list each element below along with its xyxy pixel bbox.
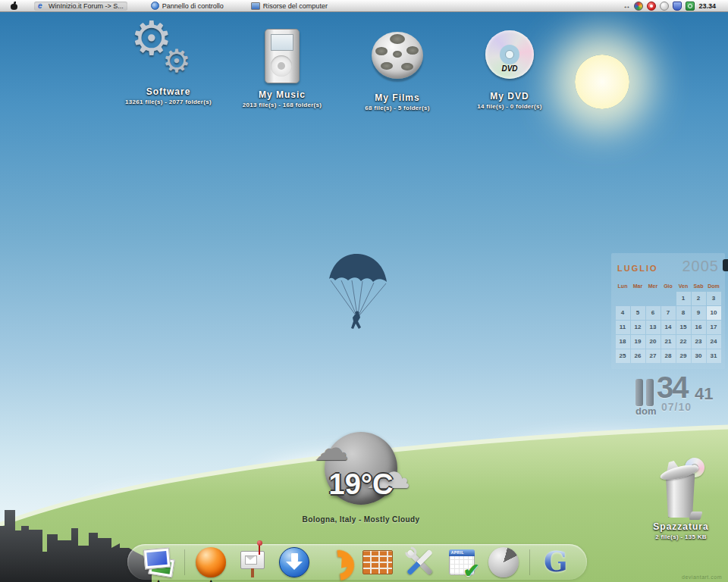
calendar-day-cell: 21	[661, 335, 676, 349]
dock-item-utilities[interactable]	[404, 546, 436, 578]
dock-item-tasks-calendar[interactable]: APRIL ✔	[446, 546, 478, 578]
film-reel-icon	[337, 32, 458, 92]
calendar-day-cell: 25	[616, 349, 630, 363]
desktop-icon-label: My Films	[337, 92, 458, 103]
dock-item-image-viewer[interactable]: ▲	[143, 546, 174, 578]
gray-tray-icon[interactable]	[660, 2, 669, 11]
calendar-day-cell: 6	[646, 306, 661, 320]
calendar-year: 2005	[682, 258, 720, 275]
calendar-day-cell: 14	[661, 321, 676, 334]
desktop-icon-software[interactable]: ⚙ ⚙ Software 13261 file(s) - 2077 folder…	[108, 26, 229, 105]
internet-explorer-icon: e	[38, 2, 46, 10]
calendar-day-cell: 4	[616, 306, 630, 320]
trash-icon[interactable]: Spazzatura 2 file(s) - 135 KB	[635, 461, 726, 540]
calendar-day-cell: 16	[692, 321, 706, 334]
calendar-day-cell: 19	[631, 335, 645, 349]
dock-item-google-search[interactable]: G	[540, 546, 572, 578]
desktop-icon-details: 14 file(s) - 0 folder(s)	[449, 103, 570, 110]
dock-item-downloads[interactable]	[278, 546, 310, 578]
clock-date: 07/10	[661, 401, 692, 413]
clock-hour-bars	[635, 379, 643, 406]
dock-divider	[529, 549, 530, 575]
calendar-day-cell: 26	[631, 349, 645, 363]
calendar-weekday: Dom	[707, 282, 721, 291]
calendar-day-cell: 10	[707, 306, 721, 320]
taskbar-item-control-panel[interactable]: Pannello di controllo	[147, 1, 228, 11]
cloud-icon: ☁	[314, 430, 349, 465]
calendar-day-cell: 17	[707, 321, 721, 334]
clock-hour-bars	[646, 379, 654, 406]
green-tray-icon[interactable]	[686, 2, 695, 11]
calendar-day-cell: 9	[692, 306, 706, 320]
check-mark-icon: ✔	[463, 561, 480, 580]
calendar-day-cell: 11	[616, 321, 630, 334]
calendar-weekday: Mer	[646, 282, 661, 291]
calendar-day-cell: 28	[661, 349, 676, 363]
desktop-icon-label: My DVD	[449, 91, 570, 102]
calendar-check-icon: APRIL ✔	[449, 549, 475, 575]
menu-bar: e WinInizio.it Forum -> S... Pannello di…	[0, 0, 728, 12]
calendar-widget: LUGLIO 2005 LunMarMerGioVenSabDom1234567…	[611, 253, 725, 369]
menubar-clock: 23.34	[698, 2, 722, 10]
apple-menu-icon[interactable]	[11, 2, 17, 10]
running-indicator: ▲	[156, 578, 162, 582]
my-computer-icon	[251, 2, 260, 10]
blue-shield-tray-icon[interactable]	[673, 2, 682, 11]
weather-temperature: 19°C	[309, 468, 413, 501]
calendar-header: LUGLIO 2005	[614, 258, 722, 275]
ipod-icon	[221, 29, 343, 89]
city-skyline	[0, 506, 152, 582]
dock-item-orange-ball[interactable]: ▲	[195, 546, 227, 578]
calendar-day-cell: 7	[661, 306, 676, 320]
dock: ▲ ▲	[127, 544, 587, 580]
calendar-day-cell: 3	[707, 292, 721, 305]
control-panel-icon	[151, 2, 159, 10]
dock-item-disk-usage[interactable]	[488, 546, 519, 578]
desktop-icon-my-dvd[interactable]: DVD My DVD 14 file(s) - 0 folder(s)	[449, 26, 570, 110]
clock-seconds: 41	[695, 384, 713, 404]
calendar-day-cell: 29	[676, 349, 691, 363]
calendar-weekday: Mar	[631, 282, 645, 291]
taskbar-item-wininizio[interactable]: e WinInizio.it Forum -> S...	[34, 2, 127, 11]
dvd-disc-icon: DVD	[449, 30, 570, 91]
taskbar-item-label: WinInizio.it Forum -> S...	[49, 2, 124, 10]
clock-minutes: 34	[657, 371, 688, 405]
calendar-weekday: Lun	[616, 282, 630, 291]
trash-can-icon	[654, 461, 708, 521]
red-antivirus-tray-icon[interactable]	[647, 2, 656, 11]
google-g-icon: G	[544, 548, 568, 576]
calendar-day-cell: 13	[646, 321, 661, 334]
mailbox-icon	[240, 551, 265, 569]
dock-item-back-redo[interactable]	[320, 546, 352, 578]
dock-item-mail[interactable]	[237, 546, 268, 578]
desktop-icon-my-films[interactable]: My Films 68 file(s) - 5 folder(s)	[337, 26, 458, 111]
widget-panel-handle[interactable]	[723, 259, 728, 271]
expand-arrows-icon[interactable]: ↔	[623, 2, 630, 10]
dock-divider	[184, 549, 185, 575]
calendar-weekday: Ven	[676, 282, 691, 291]
dock-item-firewall[interactable]	[362, 546, 394, 578]
brick-wall-icon	[362, 550, 393, 574]
calendar-day-cell: 2	[692, 292, 706, 305]
calendar-grid: LunMarMerGioVenSabDom1234567891011121314…	[614, 282, 722, 363]
calendar-day-cell: 27	[646, 349, 661, 363]
desktop-icon-my-music[interactable]: My Music 2013 file(s) - 168 folder(s)	[221, 26, 343, 108]
calendar-day-cell: 15	[676, 321, 691, 334]
pie-sphere-icon	[488, 547, 519, 577]
desktop-icon-details: 2013 file(s) - 168 folder(s)	[221, 102, 343, 108]
calendar-day-cell: 24	[707, 335, 721, 349]
weather-widget: ☁ ☁ 19°C Bologna, Italy - Mostly Cloudy	[302, 432, 420, 524]
calendar-day-cell: 18	[616, 335, 630, 349]
trash-details: 2 file(s) - 135 KB	[635, 534, 726, 540]
calendar-day-cell: 5	[631, 306, 645, 320]
calendar-day-cell: 20	[646, 335, 661, 349]
sun	[575, 55, 629, 109]
calendar-day-cell	[646, 292, 661, 305]
cloudy-globe-icon: ☁ ☁ 19°C	[325, 432, 397, 505]
calendar-day-cell: 31	[707, 349, 721, 363]
color-wheel-tray-icon[interactable]	[634, 2, 643, 11]
calendar-weekday: Gio	[661, 282, 676, 291]
desktop-icon-label: Software	[108, 86, 229, 97]
taskbar-item-my-computer[interactable]: Risorse del computer	[247, 1, 331, 11]
calendar-month: LUGLIO	[617, 264, 658, 273]
